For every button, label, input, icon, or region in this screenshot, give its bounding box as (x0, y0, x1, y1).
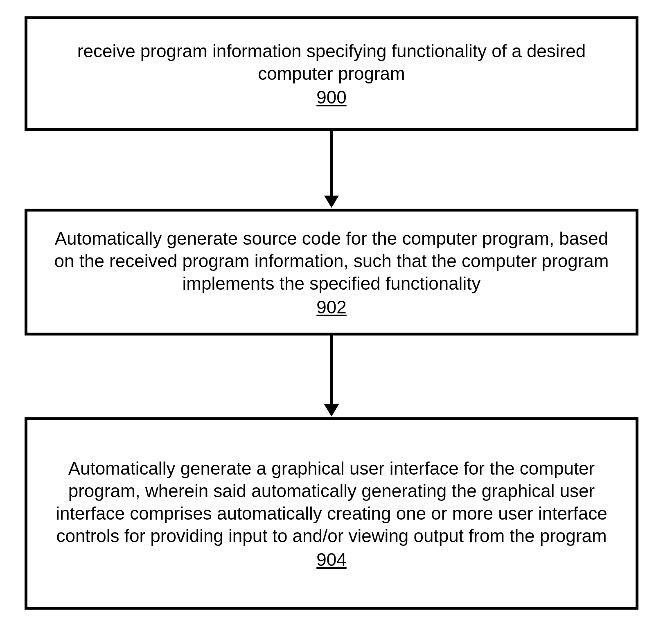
step-ref: 904 (316, 549, 346, 570)
step-ref: 900 (316, 87, 346, 108)
arrow-2-line (330, 336, 333, 405)
arrow-1-head (324, 196, 339, 208)
arrow-2-head (324, 404, 339, 417)
flowchart-step-900: receive program information specifying f… (25, 16, 638, 131)
arrow-1-line (330, 131, 333, 196)
step-ref: 902 (316, 297, 346, 317)
flowchart-canvas: receive program information specifying f… (0, 0, 663, 644)
flowchart-step-904: Automatically generate a graphical user … (25, 417, 638, 610)
flowchart-step-902: Automatically generate source code for t… (25, 209, 638, 336)
step-text: receive program information specifying f… (44, 40, 619, 85)
step-text: Automatically generate a graphical user … (44, 457, 619, 547)
step-text: Automatically generate source code for t… (44, 227, 619, 295)
